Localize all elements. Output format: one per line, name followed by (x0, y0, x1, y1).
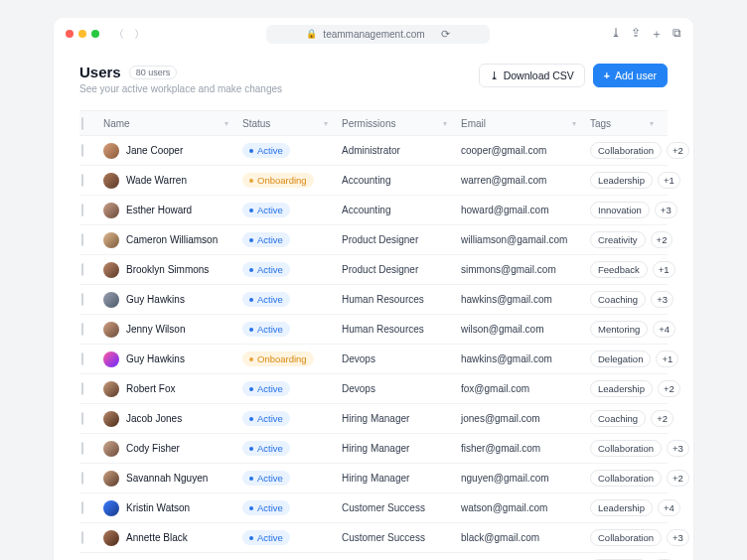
column-tags[interactable]: Tags▾ (590, 118, 668, 129)
table-row[interactable]: Annette BlackActiveCustomer Successblack… (79, 523, 668, 553)
permission-cell: Devops (342, 383, 461, 394)
row-checkbox[interactable] (81, 382, 83, 395)
user-name: Cameron Williamson (126, 234, 218, 245)
row-checkbox[interactable] (81, 412, 83, 425)
row-checkbox[interactable] (81, 472, 83, 485)
tag-pill: Collaboration (590, 529, 662, 546)
maximize-window-icon[interactable] (91, 30, 99, 38)
status-badge: Active (242, 530, 290, 545)
column-name[interactable]: Name▾ (103, 118, 242, 129)
user-name: Wade Warren (126, 175, 187, 186)
add-user-button[interactable]: + Add user (593, 64, 668, 87)
row-checkbox[interactable] (81, 442, 83, 455)
table-row[interactable]: Esther HowardActiveAccountinghoward@gmai… (79, 196, 668, 225)
back-icon[interactable]: 〈 (113, 27, 124, 42)
user-name: Annette Black (126, 532, 188, 543)
permission-cell: Product Designer (342, 234, 461, 245)
table-row[interactable]: Jacob JonesActiveHiring Managerjones@gma… (79, 404, 668, 434)
tag-pill: Collaboration (590, 470, 662, 487)
avatar (103, 471, 119, 487)
column-email[interactable]: Email▾ (461, 118, 590, 129)
table-row[interactable]: Brooklyn SimmonsActiveProduct Designersi… (79, 255, 668, 285)
address-bar[interactable]: 🔒 teammanagement.com ⟳ (266, 25, 489, 44)
tag-pill: Leadership (590, 172, 653, 189)
column-status[interactable]: Status▾ (242, 118, 342, 129)
row-checkbox[interactable] (81, 323, 83, 336)
avatar (103, 173, 119, 189)
select-all-checkbox[interactable] (81, 117, 83, 130)
row-checkbox[interactable] (81, 293, 83, 306)
permission-cell: Hiring Manager (342, 413, 461, 424)
permission-cell: Customer Success (342, 532, 461, 543)
tag-pill: Delegation (590, 350, 651, 367)
table-row[interactable]: Jenny WilsonActiveHuman Resourceswilson@… (79, 315, 668, 345)
permission-cell: Customer Success (342, 502, 461, 513)
status-badge: Onboarding (242, 173, 314, 188)
table-row[interactable]: Guy HawkinsOnboardingDevopshawkins@gmail… (79, 345, 668, 374)
reload-icon[interactable]: ⟳ (441, 28, 450, 41)
row-checkbox[interactable] (81, 233, 83, 246)
avatar (103, 232, 119, 248)
user-name: Kristin Watson (126, 502, 190, 513)
email-cell: jones@gmail.com (461, 413, 590, 424)
status-badge: Active (242, 292, 290, 307)
status-badge: Active (242, 381, 290, 396)
row-checkbox[interactable] (81, 144, 83, 157)
download-icon[interactable]: ⤓ (611, 26, 621, 43)
email-cell: black@gmail.com (461, 532, 590, 543)
avatar (103, 500, 119, 516)
user-name: Cody Fisher (126, 443, 180, 454)
user-name: Brooklyn Simmons (126, 264, 209, 275)
avatar (103, 292, 119, 308)
minimize-window-icon[interactable] (78, 30, 86, 38)
user-count-badge: 80 users (129, 66, 178, 79)
tag-pill: Coaching (590, 291, 646, 308)
forward-icon[interactable]: 〉 (134, 27, 145, 42)
table-row[interactable]: Kristin WatsonActiveCustomer Successwats… (79, 493, 668, 523)
tag-count: +3 (667, 440, 689, 457)
row-checkbox[interactable] (81, 263, 83, 276)
email-cell: warren@gmail.com (461, 175, 590, 186)
row-checkbox[interactable] (81, 352, 83, 365)
tag-pill: Mentoring (590, 321, 648, 338)
tag-pill: Leadership (590, 380, 653, 397)
table-row[interactable]: Guy HawkinsActiveHuman Resourceshawkins@… (79, 285, 668, 315)
status-badge: Active (242, 441, 290, 456)
download-csv-label: Download CSV (504, 70, 574, 81)
status-badge: Onboarding (242, 351, 314, 366)
download-csv-button[interactable]: ⤓ Download CSV (479, 64, 585, 87)
tag-count: +1 (656, 350, 678, 367)
table-row[interactable]: Wade WarrenOnboardingAccountingwarren@gm… (79, 166, 668, 196)
tabs-icon[interactable]: ⧉ (672, 26, 681, 43)
url-text: teammanagement.com (323, 29, 424, 40)
row-checkbox[interactable] (81, 501, 83, 514)
table-row[interactable]: Robert FoxActiveDevopsfox@gmail.comLeade… (79, 374, 668, 404)
tag-count: +4 (658, 499, 680, 516)
row-checkbox[interactable] (81, 531, 83, 544)
table-row[interactable]: Savannah NguyenActiveHiring Managernguye… (79, 464, 668, 493)
email-cell: hawkins@gmail.com (461, 294, 590, 305)
table-row[interactable]: Jane CooperActiveAdministratorcooper@gma… (79, 136, 668, 166)
table-row[interactable]: Cameron WilliamsonActiveProduct Designer… (79, 225, 668, 255)
column-permissions[interactable]: Permissions▾ (342, 118, 461, 129)
user-name: Jenny Wilson (126, 324, 185, 335)
chevron-down-icon: ▾ (572, 119, 576, 128)
browser-window: 〈 〉 🔒 teammanagement.com ⟳ ⤓ ⇪ ＋ ⧉ Users… (54, 18, 693, 560)
table-row[interactable]: Theresa WebbActiveAccountingwebb@gmail.c… (79, 553, 668, 560)
tag-pill: Coaching (590, 410, 646, 427)
chevron-down-icon: ▾ (443, 119, 447, 128)
close-window-icon[interactable] (66, 30, 74, 38)
window-controls (66, 30, 99, 38)
user-name: Esther Howard (126, 205, 192, 215)
table-row[interactable]: Cody FisherActiveHiring Managerfisher@gm… (79, 434, 668, 464)
new-tab-icon[interactable]: ＋ (651, 26, 663, 43)
permission-cell: Accounting (342, 205, 461, 215)
share-icon[interactable]: ⇪ (631, 26, 641, 43)
row-checkbox[interactable] (81, 204, 83, 216)
status-badge: Active (242, 262, 290, 277)
plus-icon: + (604, 70, 610, 81)
user-name: Robert Fox (126, 383, 175, 394)
row-checkbox[interactable] (81, 174, 83, 187)
permission-cell: Accounting (342, 175, 461, 186)
tag-pill: Collaboration (590, 440, 662, 457)
